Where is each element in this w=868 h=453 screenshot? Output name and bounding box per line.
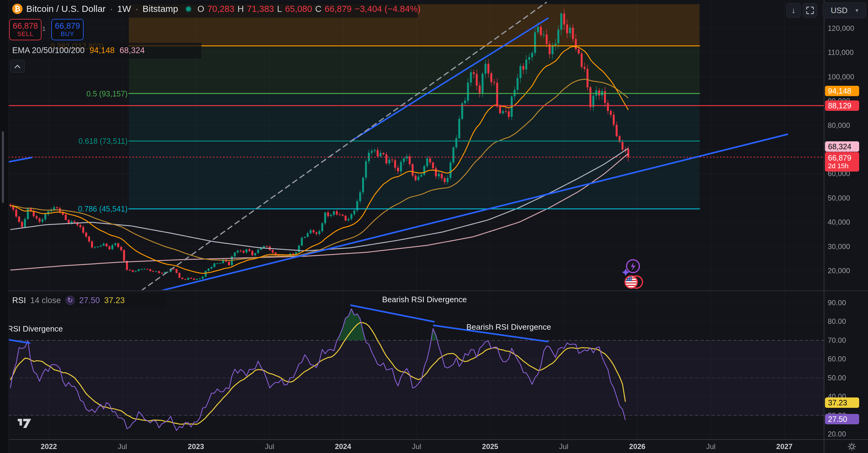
rsi-legend[interactable]: RSI 14 close ↻ 27.50 37.23 (12, 296, 125, 305)
rsi-tick-60.00: 60.00 (828, 355, 846, 363)
rsi-ma-value: 37.23 (104, 296, 125, 305)
chevron-down-icon: ▾ (856, 7, 858, 14)
interval[interactable]: 1W (117, 4, 131, 14)
separator: · (135, 4, 138, 14)
close-label: C (315, 4, 322, 14)
low-value: 65,080 (285, 4, 312, 14)
rsi-refresh-icon[interactable]: ↻ (65, 296, 75, 305)
bearish-rsi-divergence-label-1[interactable]: Bearish RSI Divergence (382, 295, 467, 304)
rsi-tick-90.00: 90.00 (828, 299, 846, 307)
arrow-down-icon: ↓ (792, 6, 796, 15)
time-tick-Jul: Jul (695, 442, 726, 451)
rsi-tick-20.00: 20.00 (828, 430, 846, 439)
rsi-label: RSI (12, 296, 26, 305)
bar-countdown: 2d 15h (828, 162, 848, 170)
chevron-up-icon (14, 65, 20, 68)
time-tick-Jul: Jul (549, 442, 579, 451)
sell-price: 66,878 (13, 22, 38, 31)
rsi-tick-70.00: 70.00 (828, 336, 846, 344)
buy-label: BUY (61, 31, 74, 37)
high-value: 71,383 (247, 4, 274, 14)
toolbar-scrollbar[interactable] (2, 131, 4, 203)
time-tick-Jul: Jul (107, 442, 138, 451)
last-price: 66,879 (828, 154, 851, 162)
fib-level-label-3[interactable]: 0.786 (45,541) (78, 205, 128, 213)
time-tick-Jul: Jul (401, 442, 432, 451)
bearish-rsi-divergence-label-2[interactable]: Bearish RSI Divergence (466, 322, 551, 332)
us-flag-icon (623, 274, 645, 290)
price-tick-50,000: 50,000 (828, 194, 850, 202)
ema-legend[interactable]: EMA 20/50/100/200 94,148 68,324 (12, 46, 145, 55)
axis-settings-button[interactable] (847, 442, 857, 452)
high-label: H (238, 4, 244, 14)
currency-value: USD (831, 6, 847, 15)
separator: · (110, 4, 113, 14)
rsi-divergence-label-left[interactable]: RSI Divergence (7, 324, 63, 334)
fib-level-label-2[interactable]: 0.618 (73,511) (79, 137, 128, 146)
ema20-price-badge: 94,148 (825, 86, 859, 96)
buy-button[interactable]: 66,879 BUY (51, 19, 84, 40)
low-label: L (277, 4, 282, 14)
rsi-value: 27.50 (79, 296, 100, 305)
time-tick-2025: 2025 (475, 442, 505, 451)
market-status-icon[interactable] (186, 7, 191, 11)
scroll-to-latest-button[interactable]: ↓ (786, 3, 801, 18)
open-value: 70,283 (207, 4, 235, 14)
price-tick-20,000: 20,000 (828, 267, 850, 275)
ema20-value: 94,148 (89, 46, 115, 55)
exchange-name[interactable]: Bitstamp (143, 4, 178, 14)
bitcoin-icon: ₿ (12, 4, 23, 14)
alert-price-badge: 88,129 (825, 100, 859, 111)
price-tick-110,000: 110,000 (828, 48, 854, 57)
ohlc-values: O70,283 H71,383 L65,080 C66,879 −3,404 (… (197, 4, 421, 14)
open-label: O (197, 4, 205, 14)
tradingview-logo[interactable] (17, 416, 33, 430)
collapse-indicators-button[interactable] (10, 60, 25, 73)
left-toolbar-strip (0, 0, 9, 453)
rsi-tick-50.00: 50.00 (828, 374, 846, 382)
buy-price: 66,879 (55, 22, 80, 31)
change-value: −3,404 (−4.84%) (355, 4, 421, 14)
time-tick-2023: 2023 (181, 442, 211, 451)
spread-value: 1 (42, 25, 46, 32)
rsi-value-badge: 27.50 (825, 414, 859, 424)
tradingview-chart-window: ₿ Bitcoin / U.S. Dollar · 1W · Bitstamp … (0, 0, 868, 453)
rsi-params: 14 close (30, 296, 61, 305)
time-tick-Jul: Jul (254, 442, 285, 451)
sell-button[interactable]: 66,878 SELL (9, 19, 41, 40)
tradingview-logo-icon (17, 416, 33, 429)
ema200-price-badge: 68,324 (825, 141, 859, 152)
price-tick-40,000: 40,000 (828, 218, 850, 227)
ema200-value: 68,324 (120, 46, 145, 55)
currency-selector[interactable]: USD ▾ (823, 2, 866, 18)
close-value: 66,879 (325, 4, 352, 14)
rsi-ma-badge: 37.23 (825, 397, 859, 408)
time-tick-2022: 2022 (34, 442, 64, 451)
last-price-badge: 66,879 2d 15h (825, 152, 859, 172)
time-tick-2026: 2026 (622, 442, 653, 451)
fullscreen-button[interactable] (803, 3, 817, 18)
price-tick-80,000: 80,000 (828, 121, 850, 130)
ema-label: EMA 20/50/100/200 (12, 46, 85, 55)
price-tick-120,000: 120,000 (828, 24, 854, 33)
price-tick-30,000: 30,000 (828, 242, 850, 251)
economic-event-icon[interactable] (623, 274, 645, 291)
symbol-header: ₿ Bitcoin / U.S. Dollar · 1W · Bitstamp … (12, 4, 421, 14)
chart-canvas[interactable] (0, 0, 868, 453)
time-tick-2024: 2024 (328, 442, 358, 451)
fib-level-label-1[interactable]: 0.5 (93,157) (86, 89, 128, 98)
rsi-tick-80.00: 80.00 (828, 317, 846, 326)
fullscreen-icon (806, 6, 814, 14)
gear-icon (847, 442, 857, 451)
symbol-name[interactable]: Bitcoin / U.S. Dollar (26, 4, 105, 14)
price-tick-100,000: 100,000 (828, 73, 854, 81)
time-tick-2027: 2027 (769, 442, 800, 451)
sell-label: SELL (17, 31, 33, 37)
